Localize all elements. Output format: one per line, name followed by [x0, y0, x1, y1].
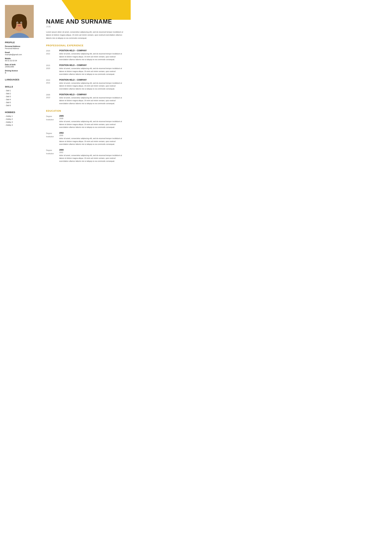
exp-entry-1: 2020 2022 POSITION HELD – COMPANY dolor … [46, 49, 124, 61]
edu-details-1: 2005 2008 dolor sit amet, consectetur ad… [59, 115, 124, 129]
main-content: NAME AND SURNAME JOB Lorem ipsum dolor s… [40, 0, 131, 185]
experience-section: PROFESSIONAL EXPERIENCE 2020 2022 POSITI… [46, 44, 124, 105]
email-label: Email [5, 51, 35, 53]
exp-years-1: 2020 2022 [46, 49, 59, 61]
licence-value: B [5, 72, 35, 74]
mobile-field: Mobile 06 01 02 03 04 [5, 58, 35, 62]
resume-name: NAME AND SURNAME [46, 18, 124, 25]
exp-description-4: dolor sit amet, consectetur adipiscing e… [59, 96, 124, 105]
address-value: Personal Address [5, 47, 35, 49]
edu-year-end-1: 2008 [59, 117, 124, 119]
resume-job: JOB [46, 25, 124, 28]
skill-item: - Skill 3 [5, 95, 35, 97]
skill-item: - Skill 6 [5, 104, 35, 106]
mobile-label: Mobile [5, 58, 35, 59]
hobby-item: - Hobby 2 [5, 118, 35, 120]
mobile-value: 06 01 02 03 04 [5, 60, 35, 62]
skill-item: - Skill 1 [5, 90, 35, 92]
exp-years-2: 2015 2020 [46, 64, 59, 76]
licence-field: Driving licence B [5, 70, 35, 74]
languages-section: LANGUAGES [5, 78, 35, 81]
svg-point-6 [22, 17, 27, 29]
email-value: example@gmail.com [5, 53, 35, 56]
edu-details-2: 2002 2005 dolor sit amet, consectetur ad… [59, 132, 124, 146]
edu-details-3: 2000 2002 dolor sit amet, consectetur ad… [59, 149, 124, 163]
edu-year-end-2: 2005 [59, 134, 124, 136]
skills-title: SKILLS [5, 86, 35, 88]
dob-field: Date of birth 24/05/1995 [5, 64, 35, 68]
dob-label: Date of birth [5, 64, 35, 66]
skill-item: - Skill 4 [5, 99, 35, 101]
exp-entry-4: 2009 2010 POSITION HELD – COMPANY dolor … [46, 93, 124, 105]
exp-description-1: dolor sit amet, consectetur adipiscing e… [59, 52, 124, 61]
photo-placeholder [5, 5, 34, 38]
edu-degree-col-3: Degree Institution [46, 149, 59, 163]
edu-description-2: dolor sit amet, consectetur adipiscing e… [59, 137, 124, 146]
skill-item: - Skill 2 [5, 93, 35, 95]
svg-point-5 [12, 17, 16, 29]
resume-summary: Lorem ipsum dolor sit amet, consectetur … [46, 30, 124, 40]
exp-years-4: 2009 2010 [46, 93, 59, 105]
hobbies-title: HOBBIES [5, 111, 35, 114]
exp-entry-3: 2010 2015 POSITION HELD – COMPANY dolor … [46, 79, 124, 90]
edu-description-1: dolor sit amet, consectetur adipiscing e… [59, 120, 124, 129]
edu-year-3: 2000 [59, 149, 124, 151]
hobby-item: - Hobby 4 [5, 124, 35, 126]
address-label: Personal Address [5, 45, 35, 47]
profile-photo [5, 5, 34, 38]
hobbies-section: HOBBIES - Hobby 1 - Hobby 2 - Hobby 3 - … [5, 111, 35, 126]
edu-year-end-3: 2002 [59, 151, 124, 153]
name-area: NAME AND SURNAME JOB [46, 18, 124, 28]
skill-item: - Skill 5 [5, 102, 35, 103]
email-field: Email example@gmail.com [5, 51, 35, 56]
hobby-item: - Hobby 1 [5, 115, 35, 117]
profile-title: PROFILE [5, 41, 35, 44]
exp-description-3: dolor sit amet, consectetur adipiscing e… [59, 82, 124, 90]
edu-entry-1: Degree Institution 2005 2008 dolor sit a… [46, 115, 124, 129]
exp-details-4: POSITION HELD – COMPANY dolor sit amet, … [59, 93, 124, 105]
edu-year-2: 2002 [59, 132, 124, 134]
exp-position-2: POSITION HELD – COMPANY [59, 64, 124, 66]
svg-point-10 [21, 22, 22, 23]
edu-entry-3: Degree Institution 2000 2002 dolor sit a… [46, 149, 124, 163]
edu-entry-2: Degree Institution 2002 2005 dolor sit a… [46, 132, 124, 146]
exp-details-2: POSITION HELD – COMPANY dolor sit amet, … [59, 64, 124, 76]
exp-description-2: dolor sit amet, consectetur adipiscing e… [59, 67, 124, 76]
education-title: EDUCATION [46, 110, 124, 112]
edu-description-3: dolor sit amet, consectetur adipiscing e… [59, 154, 124, 163]
exp-position-3: POSITION HELD – COMPANY [59, 79, 124, 81]
edu-degree-col-2: Degree Institution [46, 132, 59, 146]
edu-year-1: 2005 [59, 115, 124, 117]
experience-title: PROFESSIONAL EXPERIENCE [46, 44, 124, 47]
svg-point-9 [17, 22, 18, 23]
address-field: Personal Address Personal Address [5, 45, 35, 49]
education-section: EDUCATION Degree Institution 2005 2008 d… [46, 110, 124, 163]
dob-value: 24/05/1995 [5, 66, 35, 68]
svg-point-11 [18, 25, 21, 26]
licence-label: Driving licence [5, 70, 35, 72]
exp-details-1: POSITION HELD – COMPANY dolor sit amet, … [59, 49, 124, 61]
exp-entry-2: 2015 2020 POSITION HELD – COMPANY dolor … [46, 64, 124, 76]
languages-title: LANGUAGES [5, 78, 35, 81]
skills-section: SKILLS - Skill 1 - Skill 2 - Skill 3 - S… [5, 86, 35, 106]
edu-degree-col-1: Degree Institution [46, 115, 59, 129]
hobby-item: - Hobby 3 [5, 121, 35, 123]
profile-section: PROFILE Personal Address Personal Addres… [5, 41, 35, 74]
exp-years-3: 2010 2015 [46, 79, 59, 90]
exp-position-4: POSITION HELD – COMPANY [59, 93, 124, 96]
exp-details-3: POSITION HELD – COMPANY dolor sit amet, … [59, 79, 124, 90]
exp-position-1: POSITION HELD – COMPANY [59, 49, 124, 52]
